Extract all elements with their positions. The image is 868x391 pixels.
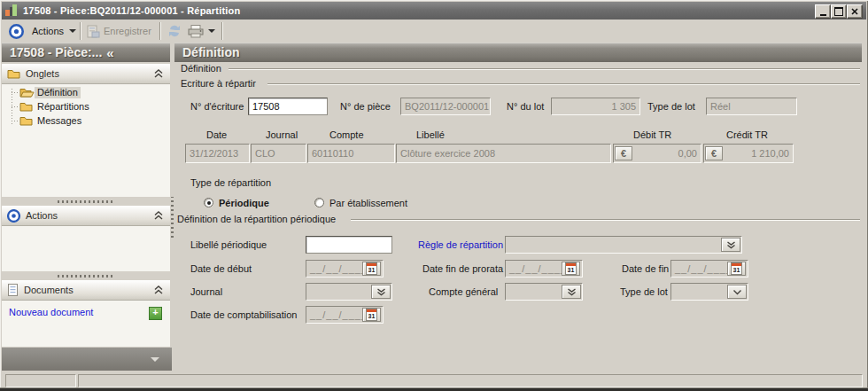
n-lot-input: 1 305 [551, 98, 640, 115]
actions-menu-button[interactable]: Actions [32, 26, 64, 36]
save-button[interactable]: Enregistrer [104, 26, 151, 36]
row-journal-cell: CLO [251, 144, 306, 163]
n-lot-label: N° du lot [507, 101, 544, 112]
panel-splitter-handle[interactable] [58, 275, 114, 278]
regle-dropdown-button[interactable] [721, 238, 740, 252]
tree-item-repartitions[interactable]: Répartitions [19, 100, 92, 113]
tree-item-messages[interactable]: Messages [19, 114, 84, 128]
type-lot2-label: Type de lot [620, 286, 668, 297]
actions-caret-icon [69, 29, 76, 33]
periodique-legend: Définition de la répartition périodique [177, 214, 336, 224]
calendar-icon: 31 [731, 262, 742, 275]
status-bar [2, 372, 866, 387]
type-lot-label: Type de lot [647, 101, 695, 112]
main-header: Définition [174, 43, 862, 62]
euro-icon: € [711, 148, 717, 159]
new-document-link[interactable]: Nouveau document [9, 307, 93, 317]
documents-panel-title: Documents [24, 285, 74, 295]
document-icon [8, 284, 19, 296]
maximize-icon [834, 7, 843, 16]
regle-repartition-label: Règle de répartition [418, 239, 503, 250]
type-lot2-dropdown-button[interactable] [727, 285, 747, 299]
chevron-down-icon [151, 357, 159, 362]
tree-item-label[interactable]: Messages [35, 115, 84, 127]
date-fin-label: Date de fin [622, 263, 669, 274]
regle-repartition-select[interactable] [505, 236, 742, 254]
col-header-debit: Débit TR [633, 129, 671, 140]
n-ecriture-input[interactable]: 17508 [248, 98, 328, 115]
tree-connector [12, 121, 19, 121]
collapse-chevron-icon[interactable] [153, 285, 164, 294]
title-bar[interactable]: 17508 - Pièce:BQ2011/12-000001 - Réparti… [2, 2, 866, 20]
collapse-chevron-icon[interactable] [153, 211, 164, 220]
actions-bullseye-icon [9, 24, 24, 39]
sidebar-header[interactable]: 17508 - Pièce:... « [2, 43, 170, 62]
onglets-panel-header[interactable]: Onglets [2, 64, 170, 84]
minimize-button[interactable] [815, 4, 831, 19]
actions-panel-title: Actions [26, 210, 58, 221]
radio-par-etablissement-label[interactable]: Par établissement [329, 198, 407, 208]
group-divider [267, 83, 860, 84]
open-folder-icon [19, 87, 35, 98]
journal-dropdown-button[interactable] [371, 285, 391, 299]
date-debut-calendar-button[interactable]: 31 [362, 262, 381, 276]
print-icon[interactable] [188, 25, 204, 38]
credit-currency-button[interactable]: € [705, 146, 723, 160]
group-divider [351, 219, 860, 220]
date-comptabilisation-calendar-button[interactable]: 31 [362, 308, 381, 322]
radio-periodique-label[interactable]: Périodique [219, 198, 269, 208]
double-chevron-down-icon [726, 241, 736, 249]
radio-periodique[interactable] [204, 198, 213, 207]
tree-item-label[interactable]: Répartitions [35, 101, 92, 113]
tree-item-label[interactable]: Définition [35, 87, 81, 98]
date-debut-label: Date de début [190, 263, 252, 274]
folder-icon [19, 115, 35, 127]
window-title: 17508 - Pièce:BQ2011/12-000001 - Réparti… [23, 5, 240, 16]
collapse-chevron-icon[interactable] [153, 69, 164, 78]
calendar-icon: 31 [366, 309, 377, 321]
col-header-compte: Compte [329, 129, 364, 140]
col-header-journal: Journal [266, 129, 298, 140]
debit-currency-button[interactable]: € [615, 146, 632, 160]
documents-panel-body: Nouveau document + [2, 301, 170, 347]
print-options-caret-icon[interactable] [208, 29, 215, 33]
libelle-periodique-label: Libellé périodique [190, 239, 267, 250]
add-document-button[interactable]: + [149, 307, 162, 320]
documents-panel-header[interactable]: Documents [2, 280, 170, 301]
maximize-button[interactable] [831, 4, 847, 19]
close-icon [851, 8, 858, 15]
col-header-libelle: Libellé [416, 129, 445, 140]
col-header-credit: Crédit TR [726, 129, 768, 140]
sidebar-header-title: 17508 - Pièce:... [2, 45, 102, 59]
date-fin-calendar-button[interactable]: 31 [727, 262, 746, 276]
sidebar-collapse-icon[interactable]: « [102, 45, 113, 60]
radio-par-etablissement[interactable] [314, 198, 324, 207]
refresh-icon[interactable] [167, 24, 182, 38]
date-fin-prorata-calendar-button[interactable]: 31 [562, 262, 580, 276]
actions-panel-header[interactable]: Actions [2, 206, 170, 226]
double-chevron-down-icon [567, 288, 577, 296]
sidebar-collapse-bar[interactable] [2, 348, 172, 371]
main-header-title: Définition [174, 45, 240, 59]
panel-splitter-handle[interactable] [58, 200, 114, 203]
window-bottom-edge [0, 387, 868, 391]
date-fin-prorata-label: Date fin de prorata [422, 263, 503, 274]
tree-item-definition[interactable]: Définition [19, 86, 81, 99]
folder-icon [7, 68, 20, 79]
n-piece-input: BQ2011/12-000001 [400, 98, 491, 115]
ecriture-legend: Ecriture à répartir [181, 78, 256, 89]
sidebar-splitter-handle[interactable] [171, 197, 174, 238]
app-window: 17508 - Pièce:BQ2011/12-000001 - Réparti… [0, 0, 868, 391]
onglets-panel-title: Onglets [26, 68, 59, 79]
app-icon [5, 4, 18, 17]
toolbar: Actions Enregistrer [2, 20, 866, 43]
libelle-periodique-input[interactable] [306, 236, 392, 254]
compte-general-label: Compte général [429, 286, 498, 297]
close-button[interactable] [847, 4, 863, 19]
date-comptabilisation-label: Date de comptabilisation [190, 309, 297, 320]
compte-general-dropdown-button[interactable] [562, 285, 581, 299]
toolbar-separator [159, 22, 160, 40]
euro-icon: € [621, 148, 626, 159]
row-date-cell: 31/12/2013 [185, 144, 250, 163]
toolbar-separator [221, 22, 222, 40]
